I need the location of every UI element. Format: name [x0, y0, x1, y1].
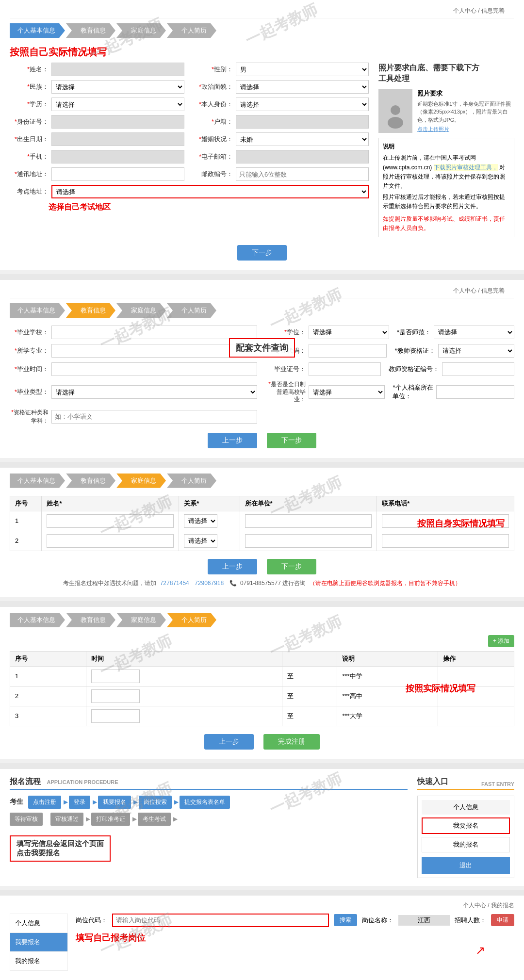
step3-personal[interactable]: 个人基本信息	[10, 474, 65, 488]
section1-next-btn[interactable]: 下一步	[237, 245, 287, 261]
family-rel-1[interactable]: 请选择	[184, 514, 217, 528]
family-unit-2[interactable]	[245, 534, 372, 548]
education-select[interactable]: 请选择	[51, 98, 184, 111]
logout-btn[interactable]: 退出	[422, 857, 510, 874]
step3-family[interactable]: 家庭信息	[116, 474, 166, 488]
apply-annotation: 填写自己报考岗位	[76, 932, 514, 944]
flow-step-login[interactable]: 登录	[69, 796, 90, 809]
photo-req-title: 照片要求	[417, 89, 514, 98]
grad-type-select[interactable]: 请选择	[51, 385, 257, 399]
cert-subject-input[interactable]	[51, 410, 257, 424]
phone-input[interactable]	[51, 150, 184, 163]
section3-next-btn[interactable]: 下一步	[267, 559, 316, 574]
flow-step-print[interactable]: 打印准考证	[91, 813, 130, 826]
step3-education[interactable]: 教育信息	[66, 474, 115, 488]
grad-cert-label: 毕业证号：	[267, 365, 306, 374]
email-label: *电子邮箱：	[194, 152, 233, 161]
address-label: *通讯地址：	[10, 170, 49, 179]
family-name-2[interactable]	[47, 534, 174, 548]
flow-step-search[interactable]: 岗位搜索	[139, 796, 172, 809]
resume-from-2[interactable]	[91, 689, 140, 703]
step4-family[interactable]: 家庭信息	[116, 613, 166, 627]
add-resume-btn[interactable]: + 添加	[488, 635, 514, 647]
personal-file-label: *个人档案所在单位：	[393, 383, 433, 401]
email-input[interactable]	[236, 150, 369, 163]
photo-warn: 如提照片质量不够影响考试、成绩和证书，责任由报考人员自负。	[383, 214, 510, 233]
family-phone-2[interactable]	[382, 534, 509, 548]
section3-prev-btn[interactable]: 上一步	[208, 559, 257, 574]
is-fulltime-select[interactable]: 请选择	[309, 385, 385, 399]
resume-col-no: 序号	[10, 651, 86, 666]
step4-resume[interactable]: 个人简历	[167, 613, 216, 627]
step2-resume[interactable]: 个人简历	[167, 303, 216, 318]
birthdate-input[interactable]	[51, 132, 184, 146]
quick-apply-btn[interactable]: 我要报名	[422, 817, 510, 834]
major-input[interactable]	[51, 344, 257, 358]
step4-personal[interactable]: 个人基本信息	[10, 613, 65, 627]
photo-upload-link[interactable]: 点击上传照片	[417, 126, 514, 133]
degree-select[interactable]: 请选择	[309, 326, 389, 339]
flow-step-approved[interactable]: 审核通过	[50, 813, 83, 826]
quick-myapply-btn[interactable]: 我的报名	[422, 837, 510, 852]
step-resume[interactable]: 个人简历	[167, 23, 216, 38]
address-input[interactable]	[51, 167, 184, 181]
section2-next-btn[interactable]: 下一步	[267, 433, 316, 448]
section4-complete-btn[interactable]: 完成注册	[263, 734, 320, 750]
step-personal-info[interactable]: 个人基本信息	[10, 23, 65, 38]
school-input[interactable]	[51, 326, 257, 339]
resume-from-1[interactable]	[91, 670, 140, 683]
phone-label: *手机：	[10, 152, 49, 161]
family-rel-2[interactable]: 请选择	[184, 534, 217, 548]
resume-from-3[interactable]	[91, 709, 140, 723]
step-family[interactable]: 家庭信息	[116, 23, 166, 38]
name-label: *姓名：	[10, 65, 49, 74]
step2-personal[interactable]: 个人基本信息	[10, 303, 65, 318]
flow-step-exam[interactable]: 考生考试	[138, 813, 171, 826]
search-btn[interactable]: 搜索	[334, 914, 357, 926]
family-unit-1[interactable]	[245, 514, 372, 528]
id-number-input[interactable]	[51, 115, 184, 129]
postal-input[interactable]	[236, 167, 369, 181]
step-education[interactable]: 教育信息	[66, 23, 115, 38]
grad-time-input[interactable]	[51, 362, 257, 376]
flow-step-submit[interactable]: 提交报名表名单	[180, 796, 230, 809]
breadcrumb-section1: 个人中心 / 信息完善	[10, 4, 514, 18]
step2-family[interactable]: 家庭信息	[116, 303, 166, 318]
section3-footer: 考生报名过程中如遇技术问题，请加 727871454 729067918 📞 0…	[10, 579, 514, 588]
flow-step-waiting[interactable]: 等待审核	[10, 813, 43, 826]
family-name-1[interactable]	[47, 514, 174, 528]
family-row-2: 2 请选择	[10, 531, 514, 551]
major-code-input[interactable]	[309, 344, 387, 358]
political-select[interactable]: 请选择	[236, 80, 369, 94]
gender-select[interactable]: 男	[236, 63, 369, 76]
section4-prev-btn[interactable]: 上一步	[204, 734, 254, 750]
family-col-no: 序号	[10, 496, 42, 511]
nationality-select[interactable]: 请选择	[51, 80, 184, 94]
is-teacher-select[interactable]: 请选择	[434, 326, 514, 339]
teacher-cert-no-input[interactable]	[442, 362, 514, 376]
code-input[interactable]	[112, 914, 329, 927]
household-input[interactable]	[236, 115, 369, 129]
step2-education[interactable]: 教育信息	[66, 303, 115, 318]
name-input[interactable]	[51, 63, 184, 76]
identity-select[interactable]: 请选择	[236, 98, 369, 111]
gender-label: *性别：	[194, 65, 233, 74]
step3-resume[interactable]: 个人简历	[167, 474, 216, 488]
step4-education[interactable]: 教育信息	[66, 613, 115, 627]
nationality-label: *民族：	[10, 82, 49, 91]
teacher-cert-select[interactable]: 请选择	[438, 344, 514, 358]
apply-btn[interactable]: 申请	[491, 914, 514, 926]
bottom-nav-info[interactable]: 个人信息	[10, 914, 67, 933]
resume-col-time: 时间	[86, 651, 282, 666]
code-label: 岗位代码：	[76, 916, 107, 925]
section2-prev-btn[interactable]: 上一步	[208, 433, 257, 448]
flow-step-apply[interactable]: 我要报名	[98, 796, 131, 809]
flow-step-register[interactable]: 点击注册	[28, 796, 61, 809]
degree-label: *学位：	[267, 328, 306, 337]
exam-select[interactable]: 请选择	[51, 185, 369, 198]
personal-file-input[interactable]	[436, 385, 514, 399]
grad-cert-input[interactable]	[309, 362, 381, 376]
bottom-nav-myapply[interactable]: 我的报名	[10, 952, 67, 970]
marital-select[interactable]: 未婚	[236, 132, 369, 146]
bottom-nav-apply[interactable]: 我要报名	[10, 933, 67, 952]
